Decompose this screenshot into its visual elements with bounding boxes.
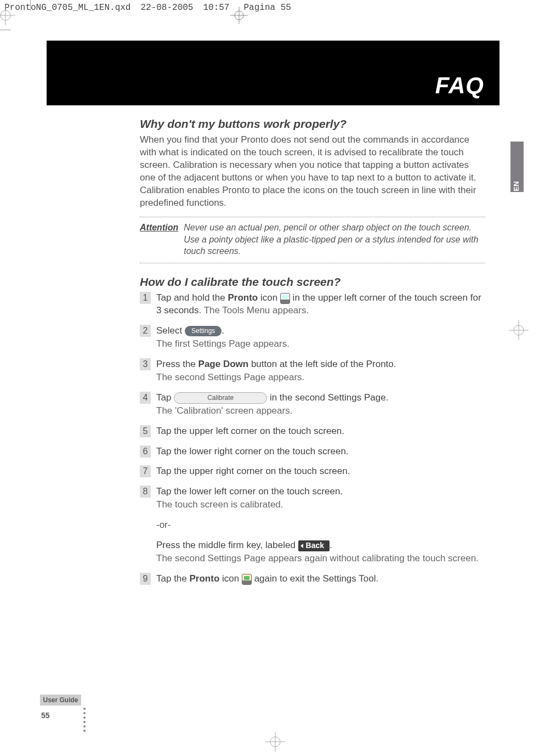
step-subtext: The touch screen is calibrated. (156, 499, 485, 511)
crop-mark (30, 0, 31, 11)
file-time: 10:57 (203, 3, 229, 13)
step-subtext: The Tools Menu appears. (204, 305, 309, 315)
pronto-icon (242, 574, 252, 585)
step-subtext: The 'Calibration' screen appears. (156, 405, 485, 418)
settings-pill: Settings (185, 326, 222, 336)
step-number: 4 (140, 392, 151, 404)
registration-mark-icon (509, 320, 529, 340)
step-number: 1 (140, 292, 151, 304)
step-text: Tap Calibrate in the second Settings Pag… (156, 392, 485, 404)
step-1: 1 Tap and hold the Pronto icon in the up… (140, 292, 485, 317)
registration-mark-icon (0, 5, 15, 25)
step-2: 2 Select Settings. The first Settings Pa… (140, 325, 485, 351)
step-text: Press the Page Down button at the left s… (156, 358, 485, 371)
file-page: Pagina 55 (243, 3, 291, 13)
file-header: ProntoNG_0705_ML_1EN.qxd 22-08-2005 10:5… (0, 0, 545, 15)
step-number: 6 (140, 445, 151, 458)
step-number: 7 (140, 465, 151, 477)
page-number: 55 (41, 711, 50, 720)
back-button-graphic: Back (298, 540, 330, 551)
calibrate-pill: Calibrate (174, 392, 267, 404)
step-text: Select Settings. (156, 325, 485, 337)
title-band: FAQ (47, 41, 499, 105)
filename: ProntoNG_0705_ML_1EN.qxd (4, 3, 130, 13)
step-number: 5 (140, 425, 151, 437)
content-area: Why don't my buttons work properly? When… (140, 116, 485, 593)
registration-mark-icon (230, 7, 248, 24)
section1-heading: Why don't my buttons work properly? (140, 116, 485, 132)
step-9: 9 Tap the Pronto icon again to exit the … (140, 573, 485, 585)
press-instruction: Press the middle firm key, labeled Back.… (156, 539, 485, 565)
or-label: -or- (156, 519, 485, 532)
registration-mark-icon (265, 732, 285, 752)
crop-mark (0, 30, 11, 30)
section2-heading: How do I calibrate the touch screen? (140, 274, 485, 290)
step-number: 3 (140, 358, 151, 370)
attention-block: Attention Never use an actual pen, penci… (140, 217, 485, 263)
step-text: Tap the lower right corner on the touch … (156, 445, 485, 458)
step-text: Tap the upper left corner on the touch s… (156, 425, 485, 438)
page-title: FAQ (435, 72, 484, 99)
step-number: 8 (140, 486, 151, 498)
section1-body: When you find that your Pronto does not … (140, 134, 485, 210)
step-number: 2 (140, 325, 151, 337)
step-subtext: The second Settings Page appears. (156, 371, 485, 384)
file-date: 22-08-2005 (140, 3, 193, 13)
step-text: Press the middle firm key, labeled Back. (156, 539, 485, 552)
step-subtext: The first Settings Page appears. (156, 338, 485, 351)
user-guide-label: User Guide (40, 695, 81, 706)
step-subtext: The second Settings Page appears again w… (156, 552, 485, 565)
step-text: Tap the Pronto icon again to exit the Se… (156, 573, 485, 585)
step-3: 3 Press the Page Down button at the left… (140, 358, 485, 384)
step-number: 9 (140, 573, 151, 585)
step-8: 8 Tap the lower left corner on the touch… (140, 486, 485, 511)
step-7: 7 Tap the upper right corner on the touc… (140, 465, 485, 478)
step-5: 5 Tap the upper left corner on the touch… (140, 425, 485, 438)
step-text: Tap the lower left corner on the touch s… (156, 486, 485, 498)
pronto-icon (280, 293, 290, 304)
step-6: 6 Tap the lower right corner on the touc… (140, 445, 485, 458)
attention-body: Never use an actual pen, pencil or other… (184, 222, 485, 257)
decorative-dots (83, 708, 86, 732)
step-4: 4 Tap Calibrate in the second Settings P… (140, 392, 485, 418)
step-text: Tap the upper right corner on the touch … (156, 465, 485, 478)
attention-label: Attention (140, 222, 178, 257)
step-list: 1 Tap and hold the Pronto icon in the up… (140, 292, 485, 585)
language-tab-label: EN (512, 181, 520, 191)
